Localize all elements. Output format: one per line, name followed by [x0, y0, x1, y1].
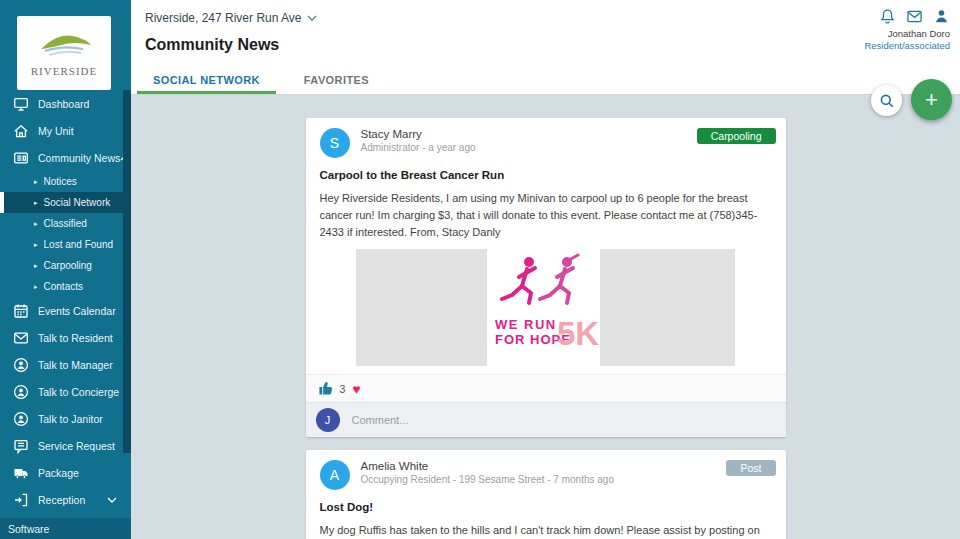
user-profile-icon[interactable]: [933, 8, 950, 25]
sidebar-subitem-label: Notices: [44, 176, 77, 187]
sidebar-item-label: Community News: [38, 152, 120, 164]
sidebar-footer-software: Software: [0, 518, 131, 539]
post-author: Stacy Marry: [361, 128, 476, 140]
sidebar-item-talk-to-janitor[interactable]: Talk to Janitor: [0, 405, 131, 432]
triangle-right-icon: ▸: [34, 283, 38, 291]
post-title: Lost Dog!: [306, 490, 786, 513]
sidebar-subitem-social-network[interactable]: ▸ Social Network: [0, 192, 131, 213]
sidebar-scrollbar-thumb[interactable]: [123, 90, 131, 453]
current-user-avatar: J: [316, 408, 340, 432]
tab-bar: SOCIAL NETWORK FAVORITES: [131, 66, 391, 94]
graphic-line1: WE RUN: [495, 317, 557, 332]
sidebar-subitem-classified[interactable]: ▸ Classified: [0, 213, 131, 234]
sidebar-subitem-notices[interactable]: ▸ Notices: [0, 171, 131, 192]
sidebar-item-service-request[interactable]: Service Request: [0, 432, 131, 459]
sidebar-subitem-label: Classified: [44, 218, 87, 229]
chevron-down-icon: [307, 15, 317, 21]
post-card: A Amelia White Occupying Resident - 199 …: [306, 450, 786, 539]
graphic-5k: 5K: [557, 315, 599, 352]
post-title: Carpool to the Breast Cancer Run: [306, 158, 786, 181]
sidebar-menu: Dashboard My Unit Community News ▸ N: [0, 90, 131, 513]
avatar[interactable]: A: [320, 460, 350, 490]
sidebar-subitem-carpooling[interactable]: ▸ Carpooling: [0, 255, 131, 276]
person-circle-icon: [13, 357, 29, 373]
sidebar-item-reception[interactable]: Reception: [0, 486, 131, 513]
sidebar-subitem-label: Social Network: [44, 197, 111, 208]
sidebar-item-talk-to-concierge[interactable]: Talk to Concierge: [0, 378, 131, 405]
user-role[interactable]: Resident/associated: [864, 40, 950, 51]
main-area: Riverside, 247 River Run Ave Community N…: [131, 0, 960, 539]
post-images: WE RUN FOR HOPE 5K: [306, 249, 786, 366]
post-meta: Occupying Resident - 199 Sesame Street -…: [361, 474, 614, 485]
heart-icon[interactable]: ♥: [352, 382, 360, 396]
page-title: Community News: [145, 36, 279, 54]
triangle-right-icon: ▸: [34, 199, 38, 207]
monitor-icon: [13, 96, 29, 112]
content-area: S Stacy Marry Administrator - a year ago…: [131, 96, 960, 539]
user-name: Jonathan Doro: [864, 28, 950, 39]
post-card: S Stacy Marry Administrator - a year ago…: [306, 118, 786, 437]
posts-feed: S Stacy Marry Administrator - a year ago…: [306, 118, 786, 539]
tab-favorites[interactable]: FAVORITES: [282, 66, 391, 94]
sidebar: RIVERSIDE Dashboard My Unit Community Ne…: [0, 0, 131, 539]
post-image-placeholder: [356, 249, 487, 366]
sidebar-item-events-calendar[interactable]: Events Calendar: [0, 297, 131, 324]
envelope-icon: [13, 330, 29, 346]
newspaper-icon: [13, 150, 29, 166]
post-meta: Administrator - a year ago: [361, 142, 476, 153]
post-category-badge: Post: [726, 460, 775, 476]
riverside-logo-graphic: [31, 29, 97, 63]
post-image-5k-run[interactable]: WE RUN FOR HOPE 5K: [487, 249, 600, 366]
sidebar-item-dashboard[interactable]: Dashboard: [0, 90, 131, 117]
thumbs-up-icon[interactable]: [318, 381, 333, 396]
door-exit-icon: [13, 492, 29, 508]
avatar[interactable]: S: [320, 128, 350, 158]
plus-icon: +: [925, 89, 938, 111]
sidebar-subitem-label: Contacts: [44, 281, 83, 292]
sidebar-item-label: Package: [38, 467, 79, 479]
sidebar-item-label: Events Calendar: [38, 305, 116, 317]
post-header: S Stacy Marry Administrator - a year ago…: [306, 118, 786, 158]
user-cluster: Jonathan Doro Resident/associated: [864, 8, 950, 51]
post-body: Hey Riverside Residents, I am using my M…: [306, 181, 786, 241]
post-body: My dog Ruffis has taken to the hills and…: [306, 513, 786, 539]
sidebar-item-label: Talk to Resident: [38, 332, 113, 344]
sidebar-item-talk-to-resident[interactable]: Talk to Resident: [0, 324, 131, 351]
we-run-5k-graphic: WE RUN FOR HOPE 5K: [487, 249, 600, 366]
sidebar-subitem-lost-and-found[interactable]: ▸ Lost and Found: [0, 234, 131, 255]
sidebar-item-label: Reception: [38, 494, 85, 506]
triangle-right-icon: ▸: [34, 178, 38, 186]
comment-input[interactable]: [352, 414, 732, 426]
messages-mail-icon[interactable]: [906, 8, 923, 25]
chevron-down-icon: [107, 497, 117, 503]
post-author: Amelia White: [361, 460, 614, 472]
person-circle-icon: [13, 411, 29, 427]
post-header: A Amelia White Occupying Resident - 199 …: [306, 450, 786, 490]
property-selector-label: Riverside, 247 River Run Ave: [145, 11, 302, 25]
like-count: 3: [340, 383, 346, 395]
add-post-button[interactable]: +: [911, 79, 952, 120]
property-selector[interactable]: Riverside, 247 River Run Ave: [145, 11, 317, 25]
truck-icon: [13, 465, 29, 481]
notifications-bell-icon[interactable]: [879, 8, 896, 25]
sidebar-item-community-news[interactable]: Community News: [0, 144, 131, 171]
sidebar-subitem-label: Lost and Found: [44, 239, 114, 250]
post-image-placeholder: [600, 249, 735, 366]
riverside-logo[interactable]: RIVERSIDE: [17, 16, 111, 90]
sidebar-item-package[interactable]: Package: [0, 459, 131, 486]
main-header: Riverside, 247 River Run Ave Community N…: [131, 0, 960, 95]
sidebar-item-talk-to-manager[interactable]: Talk to Manager: [0, 351, 131, 378]
search-button[interactable]: [871, 85, 902, 116]
triangle-right-icon: ▸: [34, 220, 38, 228]
post-category-badge: Carpooling: [697, 128, 776, 144]
tab-social-network[interactable]: SOCIAL NETWORK: [131, 66, 282, 94]
sidebar-item-label: Service Request: [38, 440, 115, 452]
sidebar-subitem-label: Carpooling: [44, 260, 92, 271]
person-circle-icon: [13, 384, 29, 400]
app-window: RIVERSIDE Dashboard My Unit Community Ne…: [0, 0, 960, 539]
logo-text: RIVERSIDE: [31, 65, 97, 77]
sidebar-item-my-unit[interactable]: My Unit: [0, 117, 131, 144]
calendar-icon: [13, 303, 29, 319]
triangle-right-icon: ▸: [34, 241, 38, 249]
sidebar-subitem-contacts[interactable]: ▸ Contacts: [0, 276, 131, 297]
